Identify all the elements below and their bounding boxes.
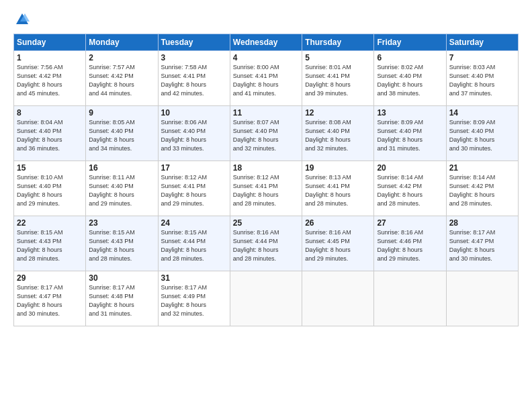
calendar-cell: 10Sunrise: 8:06 AM Sunset: 4:40 PM Dayli… bbox=[158, 106, 230, 161]
day-info: Sunrise: 8:17 AM Sunset: 4:48 PM Dayligh… bbox=[89, 283, 154, 318]
day-info: Sunrise: 8:00 AM Sunset: 4:41 PM Dayligh… bbox=[233, 63, 299, 98]
day-number: 23 bbox=[89, 218, 154, 228]
col-header-friday: Friday bbox=[374, 34, 446, 51]
day-number: 11 bbox=[233, 108, 299, 118]
calendar-cell: 14Sunrise: 8:09 AM Sunset: 4:40 PM Dayli… bbox=[446, 106, 518, 161]
calendar-cell: 1Sunrise: 7:56 AM Sunset: 4:42 PM Daylig… bbox=[14, 51, 86, 106]
day-number: 21 bbox=[449, 163, 515, 173]
day-number: 30 bbox=[89, 273, 154, 283]
col-header-tuesday: Tuesday bbox=[158, 34, 230, 51]
day-number: 26 bbox=[305, 218, 371, 228]
calendar-cell: 25Sunrise: 8:16 AM Sunset: 4:44 PM Dayli… bbox=[230, 216, 302, 271]
col-header-saturday: Saturday bbox=[446, 34, 518, 51]
calendar-cell: 2Sunrise: 7:57 AM Sunset: 4:42 PM Daylig… bbox=[86, 51, 158, 106]
day-info: Sunrise: 8:10 AM Sunset: 4:40 PM Dayligh… bbox=[17, 173, 83, 208]
day-number: 15 bbox=[17, 163, 83, 173]
day-number: 22 bbox=[17, 218, 83, 228]
day-info: Sunrise: 8:01 AM Sunset: 4:41 PM Dayligh… bbox=[305, 63, 371, 98]
day-number: 9 bbox=[89, 108, 154, 118]
logo bbox=[13, 12, 30, 27]
day-info: Sunrise: 8:05 AM Sunset: 4:40 PM Dayligh… bbox=[89, 118, 154, 153]
day-number: 31 bbox=[161, 273, 227, 283]
day-info: Sunrise: 8:13 AM Sunset: 4:41 PM Dayligh… bbox=[305, 173, 371, 208]
calendar-cell: 31Sunrise: 8:17 AM Sunset: 4:49 PM Dayli… bbox=[158, 271, 230, 326]
day-number: 7 bbox=[449, 53, 515, 62]
day-info: Sunrise: 8:15 AM Sunset: 4:44 PM Dayligh… bbox=[161, 228, 227, 263]
day-number: 3 bbox=[161, 53, 227, 62]
calendar-cell: 8Sunrise: 8:04 AM Sunset: 4:40 PM Daylig… bbox=[14, 106, 86, 161]
calendar-cell: 20Sunrise: 8:14 AM Sunset: 4:42 PM Dayli… bbox=[374, 161, 446, 216]
day-number: 25 bbox=[233, 218, 299, 228]
calendar-cell bbox=[302, 271, 374, 326]
calendar-cell: 27Sunrise: 8:16 AM Sunset: 4:46 PM Dayli… bbox=[374, 216, 446, 271]
col-header-wednesday: Wednesday bbox=[230, 34, 302, 51]
calendar-cell: 12Sunrise: 8:08 AM Sunset: 4:40 PM Dayli… bbox=[302, 106, 374, 161]
calendar-cell: 28Sunrise: 8:17 AM Sunset: 4:47 PM Dayli… bbox=[446, 216, 518, 271]
col-header-monday: Monday bbox=[86, 34, 158, 51]
day-number: 20 bbox=[377, 163, 443, 173]
day-number: 2 bbox=[89, 53, 154, 62]
calendar-cell: 7Sunrise: 8:03 AM Sunset: 4:40 PM Daylig… bbox=[446, 51, 518, 106]
calendar-cell: 3Sunrise: 7:58 AM Sunset: 4:41 PM Daylig… bbox=[158, 51, 230, 106]
day-info: Sunrise: 7:56 AM Sunset: 4:42 PM Dayligh… bbox=[17, 63, 83, 98]
calendar-week-row: 15Sunrise: 8:10 AM Sunset: 4:40 PM Dayli… bbox=[14, 161, 519, 216]
day-number: 8 bbox=[17, 108, 83, 118]
day-info: Sunrise: 8:16 AM Sunset: 4:45 PM Dayligh… bbox=[305, 228, 371, 263]
day-info: Sunrise: 8:17 AM Sunset: 4:47 PM Dayligh… bbox=[449, 228, 515, 263]
day-info: Sunrise: 8:06 AM Sunset: 4:40 PM Dayligh… bbox=[161, 118, 227, 153]
calendar-week-row: 1Sunrise: 7:56 AM Sunset: 4:42 PM Daylig… bbox=[14, 51, 519, 106]
calendar-cell: 15Sunrise: 8:10 AM Sunset: 4:40 PM Dayli… bbox=[14, 161, 86, 216]
calendar-cell: 22Sunrise: 8:15 AM Sunset: 4:43 PM Dayli… bbox=[14, 216, 86, 271]
calendar-cell: 29Sunrise: 8:17 AM Sunset: 4:47 PM Dayli… bbox=[14, 271, 86, 326]
day-info: Sunrise: 8:12 AM Sunset: 4:41 PM Dayligh… bbox=[161, 173, 227, 208]
calendar-cell bbox=[374, 271, 446, 326]
calendar-header-row: SundayMondayTuesdayWednesdayThursdayFrid… bbox=[14, 34, 519, 51]
day-info: Sunrise: 8:14 AM Sunset: 4:42 PM Dayligh… bbox=[449, 173, 515, 208]
col-header-sunday: Sunday bbox=[14, 34, 86, 51]
day-info: Sunrise: 7:58 AM Sunset: 4:41 PM Dayligh… bbox=[161, 63, 227, 98]
page-header bbox=[13, 12, 519, 27]
day-number: 27 bbox=[377, 218, 443, 228]
calendar-cell: 16Sunrise: 8:11 AM Sunset: 4:40 PM Dayli… bbox=[86, 161, 158, 216]
calendar-week-row: 29Sunrise: 8:17 AM Sunset: 4:47 PM Dayli… bbox=[14, 271, 519, 326]
day-number: 1 bbox=[17, 53, 83, 62]
day-info: Sunrise: 8:15 AM Sunset: 4:43 PM Dayligh… bbox=[89, 228, 154, 263]
day-info: Sunrise: 8:04 AM Sunset: 4:40 PM Dayligh… bbox=[17, 118, 83, 153]
day-number: 19 bbox=[305, 163, 371, 173]
calendar-cell: 23Sunrise: 8:15 AM Sunset: 4:43 PM Dayli… bbox=[86, 216, 158, 271]
day-info: Sunrise: 8:03 AM Sunset: 4:40 PM Dayligh… bbox=[449, 63, 515, 98]
day-number: 13 bbox=[377, 108, 443, 118]
day-info: Sunrise: 8:17 AM Sunset: 4:47 PM Dayligh… bbox=[17, 283, 83, 318]
calendar-week-row: 22Sunrise: 8:15 AM Sunset: 4:43 PM Dayli… bbox=[14, 216, 519, 271]
calendar-week-row: 8Sunrise: 8:04 AM Sunset: 4:40 PM Daylig… bbox=[14, 106, 519, 161]
col-header-thursday: Thursday bbox=[302, 34, 374, 51]
day-number: 29 bbox=[17, 273, 83, 283]
calendar-cell: 6Sunrise: 8:02 AM Sunset: 4:40 PM Daylig… bbox=[374, 51, 446, 106]
calendar-cell: 21Sunrise: 8:14 AM Sunset: 4:42 PM Dayli… bbox=[446, 161, 518, 216]
calendar-cell: 13Sunrise: 8:09 AM Sunset: 4:40 PM Dayli… bbox=[374, 106, 446, 161]
day-number: 10 bbox=[161, 108, 227, 118]
day-info: Sunrise: 8:12 AM Sunset: 4:41 PM Dayligh… bbox=[233, 173, 299, 208]
day-info: Sunrise: 8:08 AM Sunset: 4:40 PM Dayligh… bbox=[305, 118, 371, 153]
day-info: Sunrise: 7:57 AM Sunset: 4:42 PM Dayligh… bbox=[89, 63, 154, 98]
day-number: 6 bbox=[377, 53, 443, 62]
calendar-cell: 19Sunrise: 8:13 AM Sunset: 4:41 PM Dayli… bbox=[302, 161, 374, 216]
calendar-cell: 11Sunrise: 8:07 AM Sunset: 4:40 PM Dayli… bbox=[230, 106, 302, 161]
day-number: 14 bbox=[449, 108, 515, 118]
calendar-cell: 18Sunrise: 8:12 AM Sunset: 4:41 PM Dayli… bbox=[230, 161, 302, 216]
day-number: 28 bbox=[449, 218, 515, 228]
calendar-cell bbox=[230, 271, 302, 326]
calendar-cell: 17Sunrise: 8:12 AM Sunset: 4:41 PM Dayli… bbox=[158, 161, 230, 216]
calendar-table: SundayMondayTuesdayWednesdayThursdayFrid… bbox=[13, 34, 519, 326]
logo-icon bbox=[15, 12, 30, 27]
calendar-cell: 9Sunrise: 8:05 AM Sunset: 4:40 PM Daylig… bbox=[86, 106, 158, 161]
day-info: Sunrise: 8:16 AM Sunset: 4:44 PM Dayligh… bbox=[233, 228, 299, 263]
day-number: 18 bbox=[233, 163, 299, 173]
day-info: Sunrise: 8:14 AM Sunset: 4:42 PM Dayligh… bbox=[377, 173, 443, 208]
day-number: 16 bbox=[89, 163, 154, 173]
day-info: Sunrise: 8:09 AM Sunset: 4:40 PM Dayligh… bbox=[449, 118, 515, 153]
day-info: Sunrise: 8:02 AM Sunset: 4:40 PM Dayligh… bbox=[377, 63, 443, 98]
calendar-cell: 24Sunrise: 8:15 AM Sunset: 4:44 PM Dayli… bbox=[158, 216, 230, 271]
day-number: 12 bbox=[305, 108, 371, 118]
day-number: 4 bbox=[233, 53, 299, 62]
